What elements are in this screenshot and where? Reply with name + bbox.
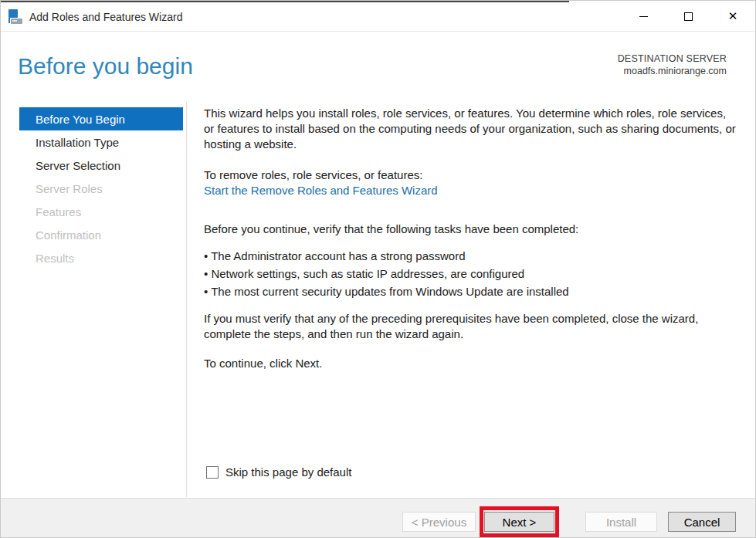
sidebar-item-results: Results — [19, 246, 183, 269]
cancel-button[interactable]: Cancel — [668, 512, 736, 532]
prerequisite-item: The Administrator account has a strong p… — [204, 247, 737, 265]
sidebar-item-confirmation: Confirmation — [19, 223, 183, 246]
skip-page-row: Skip this page by default — [206, 465, 351, 479]
sidebar-item-features: Features — [19, 200, 183, 223]
page-title: Before you begin — [18, 53, 193, 80]
sidebar-item-label: Server Roles — [36, 182, 103, 195]
minimize-button[interactable] — [621, 2, 666, 31]
install-button: Install — [585, 512, 657, 532]
close-icon: ✕ — [728, 11, 738, 22]
titlebar: Add Roles and Features Wizard ✕ — [1, 2, 755, 32]
wizard-page-content: This wizard helps you install roles, rol… — [204, 106, 737, 371]
remove-roles-features-wizard-link[interactable]: Start the Remove Roles and Features Wiza… — [204, 183, 438, 198]
window-title: Add Roles and Features Wizard — [29, 11, 182, 23]
close-button[interactable]: ✕ — [710, 2, 755, 31]
wizard-steps-sidebar: Before You Begin Installation Type Serve… — [19, 107, 183, 269]
next-button[interactable]: Next > — [484, 512, 554, 532]
verify-heading: Before you continue, verify that the fol… — [204, 222, 737, 237]
sidebar-item-label: Installation Type — [36, 136, 119, 149]
sidebar-item-installation-type[interactable]: Installation Type — [19, 130, 183, 154]
maximize-button[interactable] — [666, 2, 710, 31]
note-paragraph: If you must verify that any of the prece… — [204, 311, 737, 342]
sidebar-item-server-selection[interactable]: Server Selection — [19, 154, 183, 177]
window-controls: ✕ — [621, 2, 755, 31]
sidebar-item-label: Results — [36, 252, 74, 265]
skip-page-label[interactable]: Skip this page by default — [225, 465, 351, 479]
prerequisite-list: The Administrator account has a strong p… — [204, 247, 737, 300]
sidebar-item-label: Server Selection — [36, 159, 120, 172]
remove-heading: To remove roles, role services, or featu… — [204, 167, 737, 183]
sidebar-item-server-roles: Server Roles — [19, 177, 183, 200]
sidebar-content-divider — [186, 102, 187, 497]
destination-server-block: DESTINATION SERVER moadfs.miniorange.com — [618, 53, 727, 76]
continue-instruction: To continue, click Next. — [204, 356, 737, 371]
destination-server-label: DESTINATION SERVER — [618, 53, 727, 64]
minimize-icon — [639, 16, 648, 17]
destination-server-name: moadfs.miniorange.com — [618, 66, 727, 76]
sidebar-item-label: Confirmation — [36, 228, 101, 242]
previous-button: < Previous — [402, 512, 476, 532]
sidebar-item-before-you-begin[interactable]: Before You Begin — [19, 107, 183, 130]
intro-paragraph: This wizard helps you install roles, rol… — [204, 106, 737, 152]
sidebar-item-label: Features — [36, 205, 81, 218]
server-manager-icon — [8, 9, 23, 25]
add-roles-features-wizard-window: Add Roles and Features Wizard ✕ Before y… — [0, 0, 756, 538]
prerequisite-item: Network settings, such as static IP addr… — [204, 265, 737, 283]
maximize-icon — [684, 12, 693, 21]
sidebar-item-label: Before You Begin — [36, 113, 125, 126]
skip-page-checkbox[interactable] — [206, 466, 219, 479]
prerequisite-item: The most current security updates from W… — [204, 283, 737, 300]
wizard-footer: < Previous Next > Install Cancel — [1, 498, 755, 538]
